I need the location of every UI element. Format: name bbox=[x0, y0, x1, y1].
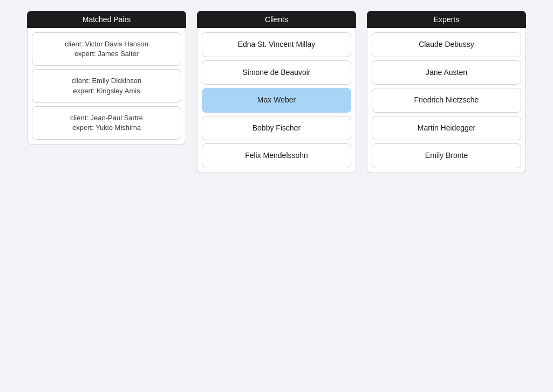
experts-column: Experts Claude Debussy Jane Austen Fried… bbox=[367, 11, 526, 173]
matched-pair-expert-2: expert: Kingsley Amis bbox=[41, 86, 172, 96]
client-name-5: Felix Mendelssohn bbox=[245, 151, 308, 160]
client-item[interactable]: Felix Mendelssohn bbox=[202, 143, 351, 168]
matched-pair-client-1: client: Victor Davis Hanson bbox=[41, 39, 172, 49]
matched-pair-expert-1: expert: James Salter bbox=[41, 49, 172, 59]
matched-pair-client-2: client: Emily Dickinson bbox=[41, 76, 172, 86]
expert-name-1: Claude Debussy bbox=[419, 40, 474, 49]
client-name-4: Bobby Fischer bbox=[252, 123, 301, 132]
matched-pair-expert-3: expert: Yukio Mishima bbox=[41, 123, 172, 133]
matched-pair-item[interactable]: client: Victor Davis Hanson expert: Jame… bbox=[32, 32, 181, 66]
matched-pair-item[interactable]: client: Emily Dickinson expert: Kingsley… bbox=[32, 69, 181, 102]
client-name-2: Simone de Beauvoir bbox=[242, 68, 310, 77]
expert-name-3: Friedrich Nietzsche bbox=[414, 95, 479, 104]
main-container: Matched Pairs client: Victor Davis Hanso… bbox=[0, 0, 553, 184]
experts-body: Claude Debussy Jane Austen Friedrich Nie… bbox=[367, 28, 526, 173]
matched-pairs-body: client: Victor Davis Hanson expert: Jame… bbox=[27, 28, 186, 145]
matched-pair-client-3: client: Jean-Paul Sartre bbox=[41, 113, 172, 123]
client-item[interactable]: Edna St. Vincent Millay bbox=[202, 32, 351, 57]
client-name-3: Max Weber bbox=[257, 95, 296, 104]
client-item-selected[interactable]: Max Weber bbox=[202, 88, 351, 113]
expert-item[interactable]: Emily Bronte bbox=[372, 143, 521, 168]
expert-name-4: Martin Heidegger bbox=[418, 123, 475, 132]
matched-pairs-column: Matched Pairs client: Victor Davis Hanso… bbox=[27, 11, 186, 145]
expert-name-2: Jane Austen bbox=[426, 68, 467, 77]
clients-body: Edna St. Vincent Millay Simone de Beauvo… bbox=[197, 28, 356, 173]
experts-header: Experts bbox=[367, 11, 526, 28]
matched-pair-item[interactable]: client: Jean-Paul Sartre expert: Yukio M… bbox=[32, 106, 181, 140]
expert-name-5: Emily Bronte bbox=[425, 151, 468, 160]
expert-item[interactable]: Friedrich Nietzsche bbox=[372, 88, 521, 113]
client-item[interactable]: Bobby Fischer bbox=[202, 116, 351, 141]
expert-item[interactable]: Martin Heidegger bbox=[372, 116, 521, 141]
expert-item[interactable]: Claude Debussy bbox=[372, 32, 521, 57]
expert-item[interactable]: Jane Austen bbox=[372, 60, 521, 85]
client-item[interactable]: Simone de Beauvoir bbox=[202, 60, 351, 85]
matched-pairs-header: Matched Pairs bbox=[27, 11, 186, 28]
clients-header: Clients bbox=[197, 11, 356, 28]
clients-column: Clients Edna St. Vincent Millay Simone d… bbox=[197, 11, 356, 173]
client-name-1: Edna St. Vincent Millay bbox=[238, 40, 316, 49]
